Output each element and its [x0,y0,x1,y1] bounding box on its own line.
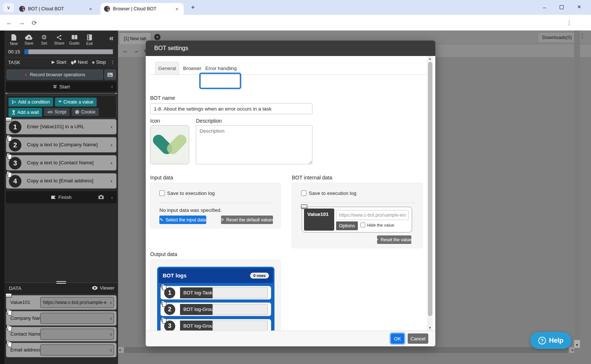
add-app-tab-icon[interactable]: + [154,34,160,40]
description-textarea[interactable] [196,125,312,164]
cancel-button[interactable]: Cancel [408,333,428,344]
new-tab-button[interactable]: + [187,2,198,13]
viewer-button[interactable]: Viewer [92,285,114,291]
add-wait-button[interactable]: Add a wait [8,108,42,117]
tab-browser[interactable]: Browser [181,62,203,74]
back-icon[interactable]: ← [4,18,14,28]
minimize-window-button[interactable]: – [536,0,553,14]
task-step-1[interactable]: 1 Enter [Value101] in a URL ‹ [6,119,117,134]
chevron-left-icon[interactable]: ‹ [110,331,112,337]
vertical-scrollbar-thumb[interactable] [574,31,580,340]
save-execution-log-checkbox[interactable] [159,190,165,196]
bot-log-row-2[interactable]: 2 BOT log-Grou [160,302,271,316]
chevron-left-icon[interactable]: ‹ [110,315,112,321]
task-next-button[interactable]: Next [71,59,88,65]
record-browser-operations-button[interactable]: ● Record browser operations [7,70,103,80]
hide-value-checkbox[interactable] [360,223,365,227]
chevron-left-icon[interactable]: ‹ [111,195,113,200]
save-execution-log-row[interactable]: Save to execution log [301,190,356,196]
task-menu-icon[interactable]: ⋮ [110,59,115,65]
save-execution-log-checkbox[interactable] [301,190,307,196]
save-execution-log-row[interactable]: Save to execution log [159,190,215,196]
value101-input[interactable] [336,210,409,220]
help-button[interactable]: ? Help [530,332,571,349]
new-button[interactable]: New [7,32,21,48]
close-tab-icon[interactable]: × [174,6,180,12]
close-window-button[interactable]: × [571,0,587,14]
chevron-left-icon[interactable]: ‹ [111,123,113,130]
task-step-3[interactable]: 3 Copy a text to [Contact Name] ‹ [6,155,117,171]
page-horizontal-scrollbar[interactable]: ◂ ▸ [118,347,574,353]
row-value-field[interactable] [212,321,268,330]
dialog-scrollbar-thumb[interactable] [428,62,432,316]
maximize-window-button[interactable] [553,0,570,14]
scroll-up-icon[interactable]: ▲ [427,56,433,61]
close-tab-icon[interactable]: × [87,6,94,12]
data-value-field[interactable]: ‹ [40,329,114,340]
data-row-company-name[interactable]: Company Name ‹ [6,311,117,326]
scroll-right-icon[interactable]: ▸ [572,348,574,352]
data-value-field[interactable]: ‹ [40,313,114,324]
data-value-field[interactable]: ‹ [40,344,114,356]
data-row-value101[interactable]: Value101 https://www.c-bot.pro/sample-e … [6,295,117,310]
cookie-button[interactable]: Cookie [72,108,99,116]
app-back-icon[interactable]: ← [121,46,130,55]
tab-general[interactable]: General [155,62,179,74]
tab-error-handling[interactable]: Error handling [203,62,239,74]
chevron-left-icon[interactable]: ‹ [111,141,113,148]
ok-button[interactable]: OK [391,333,404,344]
browser-menu-icon[interactable]: ⋮ [564,18,574,28]
chevron-left-icon[interactable]: ‹ [110,300,112,305]
bot-name-input[interactable] [150,103,312,114]
browser-tab-bot[interactable]: BOT | Cloud BOT × [15,3,97,15]
browser-tab-browser[interactable]: Browser | Cloud BOT × [100,3,184,15]
bot-log-row-1[interactable]: 1 BOT log-Task [160,286,271,300]
create-value-button[interactable]: ” Create a value [55,98,97,106]
dialog-scrollbar[interactable]: ▲ ▼ [427,56,433,330]
options-button[interactable]: Options [336,221,358,230]
forward-icon[interactable]: → [17,18,27,28]
set-button[interactable]: ⚙ Set [37,32,51,48]
row-value-field[interactable] [212,304,268,315]
finish-section-header[interactable]: Finish ‹ [6,191,117,203]
bot-log-row-3[interactable]: 3 BOT log-Grou [160,319,271,330]
reset-default-values-button[interactable]: ⟳ Reset the default values [221,216,273,224]
chevron-left-icon[interactable]: ‹ [111,160,113,166]
bot-icon-picker[interactable] [150,125,189,164]
scroll-down-icon[interactable]: ▼ [574,343,580,347]
guide-button[interactable]: Guide [67,32,82,48]
panel-resize-handle[interactable] [56,281,66,284]
share-button[interactable]: Share [52,32,66,48]
data-row-email-address[interactable]: Email address ‹ [6,343,117,357]
chevron-left-icon[interactable]: ‹ [111,84,113,90]
data-value-field[interactable]: https://www.c-bot.pro/sample-e ‹ [40,297,114,308]
task-start-button[interactable]: ▶Start [52,59,66,65]
data-row-contact-name[interactable]: Contact Name ‹ [6,327,117,342]
camera-button[interactable] [98,195,104,200]
select-input-data-button[interactable]: ✎ Select the input data [159,216,206,224]
save-button[interactable]: Save [22,32,36,48]
horizontal-scrollbar-thumb[interactable] [124,347,569,353]
app-menu-icon[interactable]: ⋮ [580,33,585,39]
hide-value-row[interactable]: Hide the value [360,223,394,227]
row-value-field[interactable] [212,287,268,298]
task-stop-button[interactable]: ■Stop [92,59,106,65]
scroll-left-icon[interactable]: ◂ [119,348,121,352]
start-section-header[interactable]: Start ‹ [6,81,117,92]
collapse-sidebar-icon[interactable]: « [109,34,114,43]
exit-button[interactable]: Exit [82,32,97,48]
reset-values-button[interactable]: ⟳ Reset the values [377,235,411,244]
chevron-left-icon[interactable]: ‹ [111,178,113,184]
screenshot-button[interactable] [104,70,116,80]
script-button[interactable]: </> Script [44,108,69,116]
page-vertical-scrollbar[interactable]: ▼ [574,31,580,348]
add-condition-button[interactable]: Add a condition [8,98,53,106]
reload-icon[interactable]: ⟳ [30,18,39,28]
task-step-4[interactable]: 4 Copy a text to [Email address] ‹ [6,173,117,189]
downloads-button[interactable]: Downloads(0) [539,33,576,42]
task-step-2[interactable]: 2 Copy a text to [Company Name] ‹ [6,137,117,153]
scroll-down-icon[interactable]: ▼ [427,325,433,330]
chevron-left-icon[interactable]: ‹ [110,347,112,353]
tab-search-button[interactable]: ∨ [3,3,14,12]
app-forward-icon[interactable]: → [132,46,141,55]
